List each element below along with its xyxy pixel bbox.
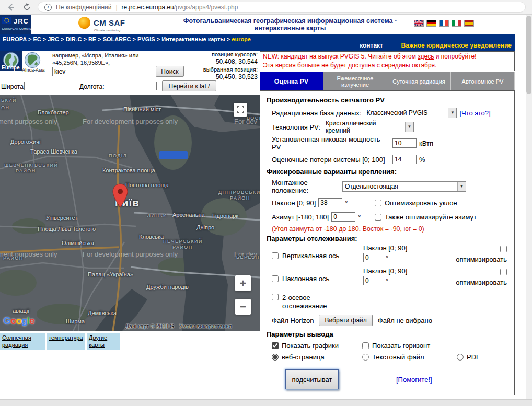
africa-asia-map-label[interactable]: Africa-Asia	[22, 67, 45, 73]
breadcrumb-link[interactable]: EUROPA	[3, 36, 27, 42]
europe-map-label[interactable]: Europe	[2, 65, 19, 71]
map-layer-tab[interactable]: Солнечная радиация	[0, 333, 45, 350]
breadcrumb-link[interactable]: DIR-C	[66, 36, 82, 42]
slope-field[interactable]	[318, 198, 342, 207]
italian-flag-icon[interactable]	[452, 20, 461, 27]
scrollbar-thumb[interactable]	[526, 16, 531, 94]
spanish-flag-icon[interactable]	[464, 20, 474, 27]
google-logo[interactable]: Google	[3, 315, 34, 327]
pvgis5-notice: NEW: кандидат на выпуск PVGIS 5. Читайте…	[260, 51, 515, 71]
zoom-out-button[interactable]: −	[235, 299, 251, 315]
mount-position-select[interactable]: Отдельностоящая ▼	[342, 181, 466, 192]
legal-notice-link[interactable]: Важное юридическое уведомление	[401, 42, 512, 49]
breadcrumb-link[interactable]: PVGIS	[137, 36, 155, 42]
web-page-radio[interactable]	[272, 354, 279, 361]
choose-file-button[interactable]: Вибрати файл	[319, 315, 372, 326]
latitude-field[interactable]	[24, 82, 74, 90]
dev-watermark: For development purposes only	[83, 118, 178, 125]
breadcrumb-link[interactable]: SOLAREC	[103, 36, 131, 42]
breadcrumb-item: europe	[232, 36, 251, 42]
english-flag-icon[interactable]	[414, 20, 424, 27]
africa-asia-globe-icon[interactable]	[24, 52, 41, 68]
inclined-axis-checkbox[interactable]	[272, 275, 279, 282]
panel-tab[interactable]: Суточная радиация	[387, 72, 451, 90]
fullscreen-button[interactable]	[234, 103, 247, 117]
breadcrumb-link[interactable]: JRC	[48, 36, 59, 42]
breadcrumb-link[interactable]: EC	[33, 36, 41, 42]
map-layer-tab[interactable]: температура	[47, 333, 85, 350]
breadcrumb-link[interactable]: RE	[88, 36, 96, 42]
google-map[interactable]: ment purposes onlyFor development purpos…	[0, 95, 260, 331]
breadcrumb-link[interactable]: europe	[232, 36, 251, 42]
pv-technology-select[interactable]: Кристаллический кремний ▼	[323, 122, 414, 132]
map-label: Арсенальна	[172, 212, 205, 218]
back-icon[interactable]	[6, 3, 16, 12]
goto-latlon-button[interactable]: Перейти к lat /	[162, 80, 216, 91]
file-status: Файл не вибрано	[378, 317, 432, 324]
notice-text-2: и попробуйте!	[434, 53, 477, 60]
azimuth-note: (Угол азимута от -180 до 180. Восток = -…	[272, 225, 514, 233]
pvgis5-link[interactable]: здесь	[418, 53, 434, 60]
azimuth-field[interactable]	[331, 212, 355, 222]
inclined-slope-field[interactable]	[363, 276, 384, 285]
vertical-optimize-checkbox[interactable]	[500, 246, 507, 252]
vertical-scrollbar[interactable]	[526, 15, 532, 399]
inclined-optimize-checkbox[interactable]	[500, 269, 507, 275]
select-value: Кристаллический кремний	[326, 120, 402, 134]
optimize-azimuth-label: Также оптимизируйте азимут	[385, 213, 477, 221]
degree-sign: °	[358, 213, 361, 221]
inclined-slope-label: Наклон [0; 90]	[363, 267, 407, 275]
search-input[interactable]	[52, 67, 146, 76]
map-data-credit: Дані карт © 2018 G	[125, 323, 174, 329]
pdf-radio[interactable]	[457, 354, 464, 361]
info-icon[interactable]: i	[44, 4, 52, 11]
peak-power-field[interactable]	[392, 138, 417, 148]
jrc-logo[interactable]: JRC EUROPEAN COMMISSION	[0, 15, 31, 34]
vertical-slope-field[interactable]	[363, 253, 384, 262]
search-button[interactable]: Поиск	[156, 66, 184, 77]
db-help-link[interactable]: [Что это?]	[459, 109, 490, 117]
two-axis-checkbox[interactable]	[272, 294, 279, 300]
longitude-label: Долгота:	[79, 83, 105, 90]
german-flag-icon[interactable]	[426, 20, 436, 27]
system-loss-field[interactable]	[392, 155, 417, 164]
breadcrumb-item: EUROPA	[3, 36, 33, 42]
optimize-slope-label: Оптимизировать уклон	[385, 199, 457, 207]
french-flag-icon[interactable]	[439, 20, 449, 27]
map-label: ВОСК	[247, 115, 260, 121]
map-layer-tab[interactable]: Другие карты	[87, 333, 120, 350]
web-page-label: веб-страница	[282, 353, 325, 361]
url-bar[interactable]: i Не конфіденційний | re.jrc.ec.europa.e…	[38, 2, 526, 13]
longitude-field[interactable]	[105, 82, 157, 90]
refresh-icon[interactable]	[22, 3, 31, 12]
text-file-radio[interactable]	[362, 354, 369, 361]
dev-watermark: ment purposes only	[0, 118, 57, 125]
notice-line2: Эта версия больше не будет доступна с се…	[263, 61, 512, 70]
calculate-button[interactable]: подсчитыват	[285, 369, 339, 389]
location-marker[interactable]	[112, 183, 128, 208]
cmsaf-logo[interactable]: CM SAF Climate monitoring	[78, 17, 125, 32]
terms-link[interactable]: Умови використання	[179, 323, 232, 329]
map-label: ЬКИЙ	[1, 98, 17, 103]
radiation-db-select[interactable]: Классический PVGIS ▼	[364, 108, 457, 118]
panel-tab[interactable]: Ежемесячное излучение	[323, 72, 387, 90]
peak-power-label: Установленная пиковая мощность PV	[272, 135, 390, 151]
show-horizon-checkbox[interactable]	[362, 342, 369, 349]
show-graphs-checkbox[interactable]	[272, 342, 279, 349]
map-label: ОН	[1, 105, 10, 110]
help-link[interactable]: [Помогите!]	[396, 376, 432, 384]
contact-link[interactable]: контакт	[360, 42, 383, 49]
vertical-axis-checkbox[interactable]	[272, 252, 279, 259]
pdf-label: PDF	[467, 353, 480, 361]
zoom-in-button[interactable]: +	[235, 275, 251, 291]
map-blue-label	[159, 151, 188, 159]
panel-tab[interactable]: Автономное PV	[451, 72, 515, 90]
optimize-slope-checkbox[interactable]	[375, 200, 381, 206]
panel-tab[interactable]: Оценка PV	[260, 72, 323, 90]
breadcrumb-link[interactable]: Интерактивные карты	[161, 36, 225, 42]
optimize-azimuth-checkbox[interactable]	[375, 214, 381, 221]
output-title: Параметры вывода	[267, 330, 514, 338]
map-label: Тараса Шевченка	[30, 148, 77, 155]
show-graphs-label: Показать графики	[282, 342, 339, 350]
map-label: РАЙОН	[3, 256, 24, 261]
